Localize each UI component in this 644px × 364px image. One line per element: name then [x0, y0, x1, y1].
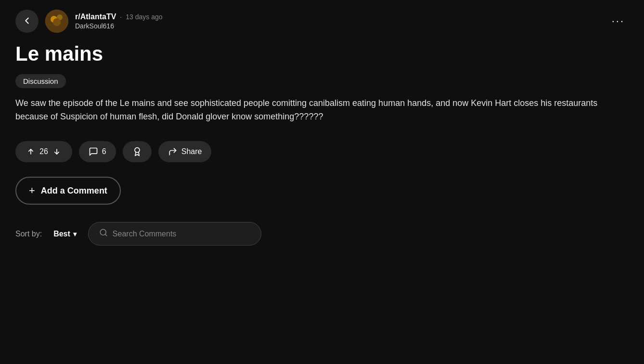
sort-label: Sort by:	[15, 230, 42, 238]
search-icon	[99, 228, 108, 239]
svg-point-3	[53, 18, 61, 26]
more-options-icon: ···	[612, 15, 625, 27]
share-icon	[168, 147, 178, 156]
avatar-image	[45, 10, 68, 33]
chevron-down-icon: ▾	[73, 230, 77, 238]
sort-current-value: Best	[53, 230, 70, 238]
share-button[interactable]: Share	[158, 141, 212, 162]
award-icon	[132, 147, 142, 156]
svg-line-8	[105, 234, 106, 236]
post-title: Le mains	[15, 42, 629, 65]
dot-separator: ·	[120, 13, 122, 21]
comment-icon	[89, 147, 98, 156]
avatar	[45, 10, 68, 33]
search-box[interactable]: Search Comments	[88, 222, 261, 246]
downvote-icon	[52, 147, 62, 156]
back-button[interactable]	[15, 10, 39, 33]
header-row: r/AtlantaTV · 13 days ago DarkSoul616 ··…	[15, 10, 629, 33]
post-tag[interactable]: Discussion	[15, 74, 66, 88]
sort-select-button[interactable]: Best ▾	[53, 230, 77, 238]
vote-count: 26	[39, 147, 48, 156]
award-button[interactable]	[123, 141, 152, 162]
share-label: Share	[181, 147, 202, 156]
upvote-icon	[26, 147, 36, 156]
actions-row: 26 6	[15, 141, 629, 162]
back-arrow-icon	[22, 15, 32, 27]
tag-container: Discussion	[15, 74, 629, 88]
add-comment-button[interactable]: + Add a Comment	[15, 177, 121, 205]
time-ago: 13 days ago	[126, 13, 162, 21]
comments-button[interactable]: 6	[79, 141, 116, 162]
vote-button[interactable]: 26	[15, 141, 72, 162]
subreddit-name[interactable]: r/AtlantaTV	[75, 13, 116, 21]
add-comment-label: Add a Comment	[41, 186, 107, 196]
subreddit-info: r/AtlantaTV · 13 days ago DarkSoul616	[75, 13, 163, 30]
username[interactable]: DarkSoul616	[75, 22, 163, 30]
subreddit-top: r/AtlantaTV · 13 days ago	[75, 13, 163, 21]
post-body: We saw the episode of the Le mains and s…	[15, 97, 622, 124]
search-placeholder: Search Comments	[113, 230, 177, 238]
header-left: r/AtlantaTV · 13 days ago DarkSoul616	[15, 10, 163, 33]
sort-search-row: Sort by: Best ▾ Search Comments	[15, 222, 629, 246]
more-options-button[interactable]: ···	[608, 13, 629, 29]
comment-count: 6	[102, 147, 106, 156]
plus-icon: +	[29, 184, 35, 197]
page-container: r/AtlantaTV · 13 days ago DarkSoul616 ··…	[0, 0, 644, 364]
